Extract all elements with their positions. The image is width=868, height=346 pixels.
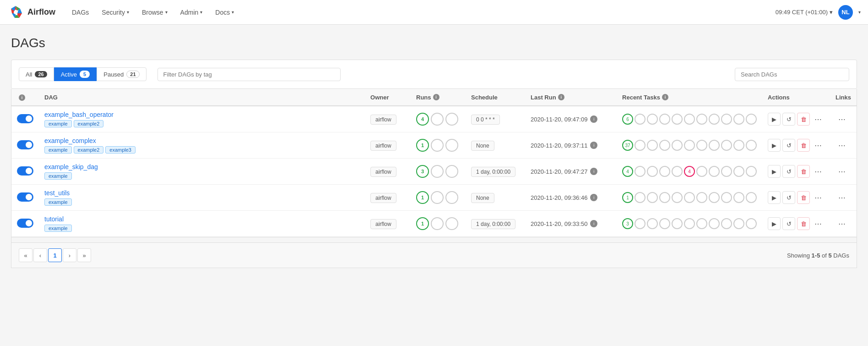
dag-toggle-tutorial[interactable] bbox=[17, 219, 33, 228]
task-circle-empty[interactable] bbox=[746, 218, 757, 229]
lastrun-info-btn[interactable]: i bbox=[590, 115, 597, 123]
task-circle-main[interactable]: 3 bbox=[622, 218, 633, 229]
task-circle-empty[interactable] bbox=[696, 166, 707, 177]
dag-name-tutorial[interactable]: tutorial bbox=[44, 215, 359, 223]
task-circle-empty[interactable] bbox=[746, 114, 757, 125]
task-circle-main[interactable]: 37 bbox=[622, 140, 633, 151]
delete-dag-button[interactable]: 🗑 bbox=[797, 139, 810, 152]
page-prev-button[interactable]: ‹ bbox=[33, 248, 47, 262]
brand-link[interactable]: Airflow bbox=[7, 4, 55, 21]
nav-time[interactable]: 09:49 CET (+01:00) ▾ bbox=[776, 9, 833, 16]
task-circle-empty[interactable] bbox=[635, 192, 646, 203]
page-current-button[interactable]: 1 bbox=[48, 248, 62, 262]
run-circle-empty-1[interactable] bbox=[431, 217, 444, 230]
task-circle-empty[interactable] bbox=[672, 140, 683, 151]
dag-tag[interactable]: example bbox=[44, 172, 72, 180]
lastrun-info-btn[interactable]: i bbox=[590, 194, 597, 201]
trigger-dag-button[interactable]: ▶ bbox=[768, 165, 781, 178]
more-options-button[interactable]: ⋯ bbox=[812, 139, 825, 152]
trigger-dag-button[interactable]: ▶ bbox=[768, 191, 781, 204]
refresh-dag-button[interactable]: ↺ bbox=[782, 139, 795, 152]
search-dags-input[interactable] bbox=[735, 68, 849, 81]
nav-admin[interactable]: Admin ▾ bbox=[175, 5, 208, 20]
task-circle-empty[interactable] bbox=[709, 192, 720, 203]
dag-tag[interactable]: example2 bbox=[74, 120, 104, 127]
task-circle-empty[interactable] bbox=[733, 140, 744, 151]
page-last-button[interactable]: » bbox=[77, 248, 91, 262]
delete-dag-button[interactable]: 🗑 bbox=[797, 191, 810, 204]
task-circle-empty[interactable] bbox=[684, 114, 695, 125]
task-circle-empty[interactable] bbox=[746, 140, 757, 151]
task-circle-empty[interactable] bbox=[733, 218, 744, 229]
lastrun-info-btn[interactable]: i bbox=[590, 220, 597, 227]
task-circle-empty[interactable] bbox=[635, 140, 646, 151]
nav-browse[interactable]: Browse ▾ bbox=[136, 5, 173, 20]
dag-tag[interactable]: example2 bbox=[74, 146, 104, 154]
dag-name-example_complex[interactable]: example_complex bbox=[44, 137, 359, 144]
run-circle-success[interactable]: 1 bbox=[416, 217, 429, 230]
task-circle-empty[interactable] bbox=[659, 218, 670, 229]
lastrun-info-btn[interactable]: i bbox=[590, 168, 597, 175]
task-circle-empty[interactable] bbox=[709, 166, 720, 177]
task-circle-empty[interactable] bbox=[733, 192, 744, 203]
dag-toggle-example_complex[interactable] bbox=[17, 140, 33, 149]
refresh-dag-button[interactable]: ↺ bbox=[782, 113, 795, 126]
task-circle-empty[interactable] bbox=[647, 114, 658, 125]
task-circle-empty[interactable] bbox=[696, 192, 707, 203]
dag-toggle-test_utils[interactable] bbox=[17, 192, 33, 202]
task-circle-empty[interactable] bbox=[696, 140, 707, 151]
filter-all-button[interactable]: All 26 bbox=[19, 67, 54, 81]
more-options-button[interactable]: ⋯ bbox=[812, 113, 825, 126]
run-circle-empty-1[interactable] bbox=[431, 113, 444, 126]
run-circle-empty-2[interactable] bbox=[445, 191, 458, 204]
task-circle-empty[interactable] bbox=[733, 166, 744, 177]
run-circle-success[interactable]: 1 bbox=[416, 139, 429, 152]
dag-tag[interactable]: example3 bbox=[105, 146, 136, 154]
delete-dag-button[interactable]: 🗑 bbox=[797, 113, 810, 126]
dag-toggle-example_bash_operator[interactable] bbox=[17, 114, 33, 123]
task-circle-empty[interactable] bbox=[684, 140, 695, 151]
dag-links-button[interactable]: ⋯ bbox=[835, 113, 848, 126]
task-circle-empty[interactable] bbox=[635, 218, 646, 229]
lastrun-info-btn[interactable]: i bbox=[590, 142, 597, 149]
tag-filter-input[interactable] bbox=[157, 68, 341, 81]
delete-dag-button[interactable]: 🗑 bbox=[797, 217, 810, 230]
dag-tag[interactable]: example bbox=[44, 198, 72, 206]
dag-name-example_bash_operator[interactable]: example_bash_operator bbox=[44, 111, 359, 118]
filter-active-button[interactable]: Active 5 bbox=[54, 67, 97, 81]
nav-docs[interactable]: Docs ▾ bbox=[210, 5, 239, 20]
dag-name-test_utils[interactable]: test_utils bbox=[44, 189, 359, 197]
dag-links-button[interactable]: ⋯ bbox=[835, 217, 848, 230]
nav-dags[interactable]: DAGs bbox=[66, 5, 94, 20]
task-circle-empty[interactable] bbox=[635, 166, 646, 177]
more-options-button[interactable]: ⋯ bbox=[812, 191, 825, 204]
task-circle-main[interactable]: 4 bbox=[622, 166, 633, 177]
task-circle-empty[interactable] bbox=[659, 166, 670, 177]
user-avatar[interactable]: NL bbox=[838, 5, 853, 20]
more-options-button[interactable]: ⋯ bbox=[812, 217, 825, 230]
task-circle-empty[interactable] bbox=[746, 166, 757, 177]
task-circle-empty[interactable] bbox=[647, 140, 658, 151]
refresh-dag-button[interactable]: ↺ bbox=[782, 165, 795, 178]
task-circle-empty[interactable] bbox=[696, 114, 707, 125]
task-circle-empty[interactable] bbox=[733, 114, 744, 125]
task-circle-empty[interactable] bbox=[696, 218, 707, 229]
task-circle-main[interactable]: 6 bbox=[622, 114, 633, 125]
task-circle-empty[interactable] bbox=[721, 166, 732, 177]
dag-tag[interactable]: example bbox=[44, 225, 72, 232]
task-circle-empty[interactable] bbox=[672, 114, 683, 125]
trigger-dag-button[interactable]: ▶ bbox=[768, 139, 781, 152]
toggle-info-icon[interactable]: i bbox=[19, 94, 25, 101]
runs-info-icon[interactable]: i bbox=[433, 94, 439, 100]
task-circle-empty[interactable] bbox=[647, 166, 658, 177]
trigger-dag-button[interactable]: ▶ bbox=[768, 113, 781, 126]
run-circle-empty-2[interactable] bbox=[445, 139, 458, 152]
run-circle-empty-1[interactable] bbox=[431, 139, 444, 152]
refresh-dag-button[interactable]: ↺ bbox=[782, 217, 795, 230]
run-circle-empty-1[interactable] bbox=[431, 165, 444, 178]
task-circle-empty[interactable] bbox=[721, 114, 732, 125]
task-circle-empty[interactable] bbox=[659, 140, 670, 151]
trigger-dag-button[interactable]: ▶ bbox=[768, 217, 781, 230]
task-circle-empty[interactable] bbox=[672, 218, 683, 229]
task-circle-empty[interactable] bbox=[721, 218, 732, 229]
